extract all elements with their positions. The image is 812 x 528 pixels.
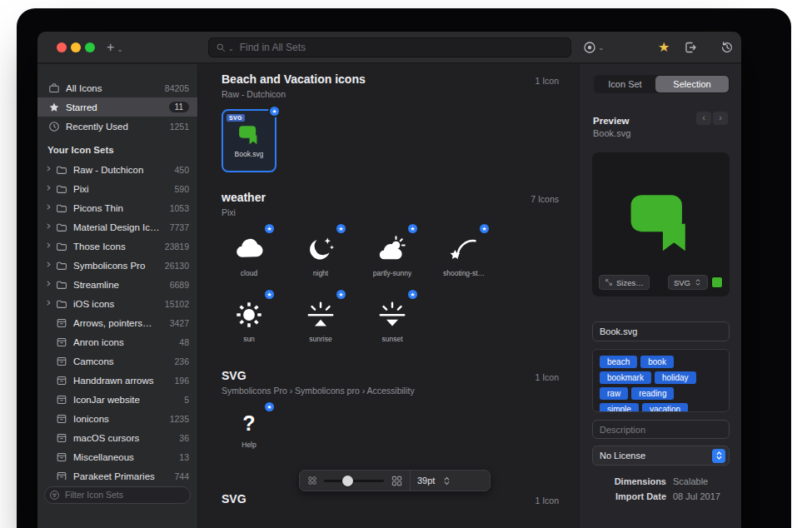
star-toolbar-button[interactable]: ★ <box>658 39 671 52</box>
icon-tile-cloud[interactable]: ★cloud <box>222 227 276 286</box>
slider-knob[interactable] <box>342 476 353 486</box>
chevron-spacer <box>44 432 55 443</box>
chevron-right-icon[interactable] <box>44 164 55 175</box>
group-svg-accessibility: SVG Symbolicons Pro › Symbolicons pro › … <box>199 369 579 464</box>
sidebar-item-set[interactable]: Raw - Dutchicon450 <box>37 160 197 179</box>
close-window-button[interactable] <box>57 42 67 52</box>
tag-pill[interactable]: raw <box>600 387 628 400</box>
group-title: weather <box>222 191 559 204</box>
view-options-button[interactable] <box>583 41 596 54</box>
chevron-right-icon[interactable] <box>44 279 55 290</box>
group-count: 1 Icon <box>535 76 559 86</box>
icon-tile-sunset[interactable]: ★sunset <box>365 293 420 351</box>
sidebar-section-header: Your Icon Sets <box>37 142 197 158</box>
zoom-stepper[interactable] <box>443 476 451 486</box>
export-icon <box>684 41 697 54</box>
chevron-right-icon[interactable] <box>44 222 55 232</box>
icon-tile-sun[interactable]: ★sun <box>222 293 276 351</box>
set-label: Picons Thin <box>73 203 165 213</box>
chevron-right-icon[interactable] <box>44 202 55 213</box>
filter-icon <box>49 490 60 501</box>
sidebar-filter-bar <box>37 480 197 510</box>
color-swatch[interactable] <box>711 276 723 288</box>
folder-icon <box>55 240 68 253</box>
icon-tile-book[interactable]: ★ SVG Book.svg <box>222 109 276 172</box>
icon-tile-night[interactable]: ★night <box>293 227 348 286</box>
sidebar-item-set[interactable]: Symbolicons Pro26130 <box>37 256 197 275</box>
group-breadcrumb: Symbolicons Pro › Symbolicons pro › Acce… <box>222 386 559 396</box>
chevron-right-icon[interactable] <box>44 298 55 309</box>
group-svg-2: SVG 1 Icon <box>199 492 579 509</box>
sidebar-item-set[interactable]: iOS icons15102 <box>37 294 197 313</box>
previous-icon-button[interactable]: ‹ <box>696 112 711 125</box>
sidebar-item-set[interactable]: Picons Thin1053 <box>37 198 197 217</box>
resize-icon <box>605 278 613 286</box>
view-options-chevron-icon[interactable]: ⌄ <box>598 43 606 57</box>
format-dropdown[interactable]: SVG <box>668 275 708 290</box>
chevron-spacer <box>44 336 55 347</box>
search-field[interactable]: ⌄ <box>208 37 571 57</box>
set-count: 15102 <box>165 299 189 309</box>
sidebar-item-set[interactable]: Streamline6689 <box>37 275 197 294</box>
set-count: 3427 <box>170 318 189 328</box>
tab-selection[interactable]: Selection <box>655 76 729 92</box>
zoom-window-button[interactable] <box>85 42 95 52</box>
tag-pill[interactable]: book <box>640 356 674 368</box>
sidebar-item-starred[interactable]: Starred 11 <box>37 97 197 117</box>
starred-badge-icon: ★ <box>268 105 281 117</box>
sidebar-item-set[interactable]: Material Design Ic…7737 <box>37 217 197 237</box>
icon-tile-help[interactable]: ★ ? Help <box>222 406 276 464</box>
folder-icon <box>55 221 68 234</box>
tag-pill[interactable]: holiday <box>655 371 696 384</box>
sidebar-item-set[interactable]: macOS cursors36 <box>37 428 197 447</box>
moon-icon <box>306 234 336 264</box>
icon-size-slider[interactable] <box>324 476 384 486</box>
sidebar-item-set[interactable]: Pixi590 <box>37 179 197 198</box>
icon-label: Help <box>242 441 256 449</box>
starred-badge-icon: ★ <box>335 222 347 235</box>
chevron-right-icon[interactable] <box>44 260 55 271</box>
set-count: 36 <box>179 433 189 443</box>
group-subtitle: Raw - Dutchicon <box>222 89 559 99</box>
minimize-window-button[interactable] <box>71 42 81 52</box>
sidebar-item-set[interactable]: Miscellaneous13 <box>37 447 197 466</box>
sidebar-item-all-icons[interactable]: All Icons 84205 <box>37 78 197 97</box>
slider-track <box>324 480 384 482</box>
history-button[interactable] <box>720 41 734 54</box>
sidebar-item-set[interactable]: Anron icons48 <box>37 332 197 351</box>
search-input[interactable] <box>240 42 564 53</box>
tag-pill[interactable]: simple <box>600 403 639 412</box>
archive-icon <box>55 393 68 406</box>
tab-icon-set[interactable]: Icon Set <box>595 76 655 92</box>
tags-box[interactable]: beach book bookmark holiday raw reading … <box>592 349 730 412</box>
add-button[interactable]: + ⌄ <box>107 32 123 63</box>
sidebar-item-set[interactable]: Ionicons1235 <box>37 409 197 428</box>
icon-tile-shooting-star[interactable]: ★shooting-st… <box>436 227 491 286</box>
export-button[interactable] <box>684 41 697 54</box>
set-count: 48 <box>179 337 189 347</box>
grid-large-icon <box>391 475 403 487</box>
sidebar-item-set[interactable]: Handdrawn arrows196 <box>37 371 197 390</box>
icon-name-input[interactable] <box>592 321 730 341</box>
chevron-right-icon[interactable] <box>44 183 55 194</box>
sizes-button[interactable]: Sizes… <box>599 275 650 290</box>
sidebar-item-recently-used[interactable]: Recently Used 1251 <box>37 117 197 136</box>
license-dropdown[interactable]: No License <box>592 446 730 466</box>
sidebar-item-set[interactable]: Camcons236 <box>37 351 197 371</box>
zoom-value: 39pt <box>417 476 435 486</box>
sidebar-item-set[interactable]: Those Icons23819 <box>37 237 197 256</box>
description-input[interactable] <box>592 420 730 439</box>
tag-pill[interactable]: beach <box>600 356 637 368</box>
icon-tile-sunrise[interactable]: ★sunrise <box>293 293 348 351</box>
icon-tile-partly-sunny[interactable]: ★partly-sunny <box>365 227 420 286</box>
tag-pill[interactable]: vacation <box>642 403 688 412</box>
set-label: Miscellaneous <box>73 452 174 462</box>
tag-pill[interactable]: reading <box>631 387 674 400</box>
tag-pill[interactable]: bookmark <box>600 371 651 384</box>
sidebar-item-set[interactable]: IconJar website5 <box>37 390 197 409</box>
filter-sets-input[interactable] <box>44 486 191 504</box>
sidebar-item-set[interactable]: Arrows, pointers…3427 <box>37 313 197 332</box>
set-label: Ionicons <box>73 414 165 424</box>
next-icon-button[interactable]: › <box>713 112 728 125</box>
chevron-right-icon[interactable] <box>44 241 55 252</box>
